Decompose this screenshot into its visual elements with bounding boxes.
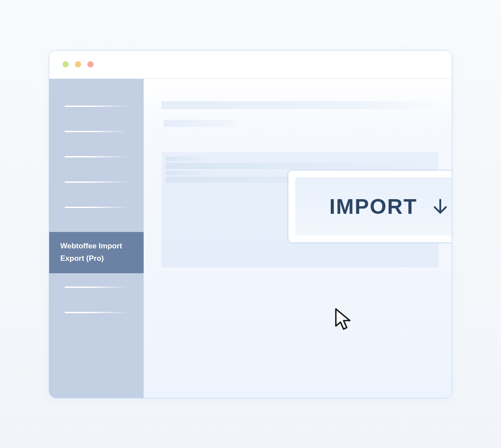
arrow-down-icon xyxy=(431,196,450,216)
sidebar: Webtoffee Import Export (Pro) xyxy=(49,79,144,398)
title-bar xyxy=(49,51,452,79)
traffic-lights xyxy=(63,61,94,67)
sidebar-item-label: Webtoffee Import Export (Pro) xyxy=(60,242,122,263)
import-button-container: IMPORT xyxy=(288,170,452,243)
content-placeholder xyxy=(161,101,447,109)
minimize-window-button[interactable] xyxy=(75,61,81,67)
sidebar-item-placeholder[interactable] xyxy=(65,106,128,107)
cursor-icon xyxy=(334,307,353,332)
content-placeholder xyxy=(166,163,434,169)
content-placeholder xyxy=(164,120,241,127)
sidebar-item-placeholder[interactable] xyxy=(65,207,128,208)
window-body: Webtoffee Import Export (Pro) IMPORT xyxy=(49,79,452,398)
sidebar-item-placeholder[interactable] xyxy=(65,156,128,157)
sidebar-item-placeholder[interactable] xyxy=(65,287,128,288)
import-button-label: IMPORT xyxy=(329,194,418,219)
content-placeholder xyxy=(166,157,210,161)
sidebar-item-placeholder[interactable] xyxy=(65,131,128,132)
sidebar-item-placeholder[interactable] xyxy=(65,181,128,183)
sidebar-item-webtoffee[interactable]: Webtoffee Import Export (Pro) xyxy=(49,232,144,274)
close-window-button[interactable] xyxy=(63,61,69,67)
content-placeholder xyxy=(166,171,219,175)
import-button[interactable]: IMPORT xyxy=(295,177,452,236)
sidebar-item-placeholder[interactable] xyxy=(65,312,128,313)
main-content: IMPORT xyxy=(144,79,452,398)
browser-window: Webtoffee Import Export (Pro) IMPORT xyxy=(49,50,452,398)
maximize-window-button[interactable] xyxy=(87,61,94,67)
